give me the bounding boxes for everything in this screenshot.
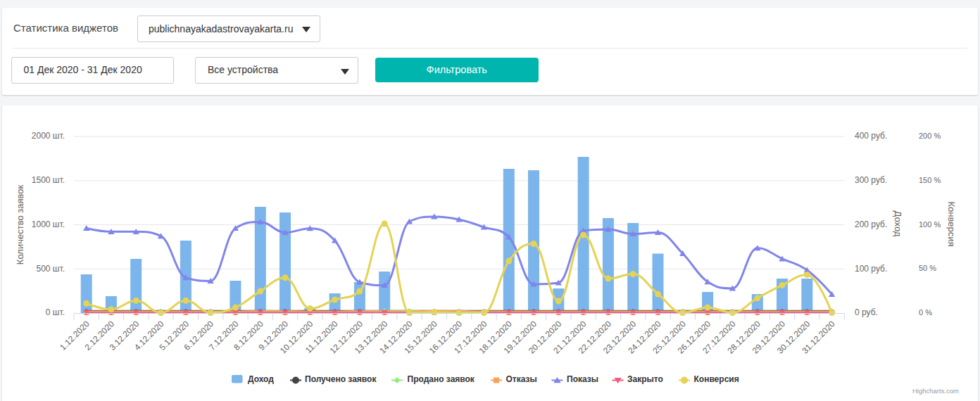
svg-text:200 руб.: 200 руб. [855,219,887,229]
svg-text:1500 шт.: 1500 шт. [32,175,65,185]
svg-text:0 шт.: 0 шт. [46,307,65,317]
svg-text:300 руб.: 300 руб. [855,175,887,185]
svg-text:Доход: Доход [248,374,274,384]
svg-text:1000 шт.: 1000 шт. [32,219,65,229]
svg-text:Количество заявок: Количество заявок [15,185,25,265]
svg-text:Доход: Доход [893,211,903,237]
svg-text:2000 шт.: 2000 шт. [32,131,65,141]
svg-text:500 шт.: 500 шт. [37,264,65,274]
svg-text:Закрыто: Закрыто [627,374,663,384]
svg-text:150 %: 150 % [919,176,941,184]
svg-text:50 %: 50 % [919,264,936,272]
svg-text:Отказы: Отказы [506,374,537,384]
svg-text:100 %: 100 % [919,220,941,229]
svg-text:Конверсия: Конверсия [694,374,739,384]
svg-text:Продано заявок: Продано заявок [408,374,475,384]
svg-text:100 руб.: 100 руб. [855,264,887,274]
svg-text:0 %: 0 % [919,308,932,317]
svg-text:0 руб.: 0 руб. [855,307,878,317]
svg-text:Показы: Показы [567,374,598,384]
svg-text:200 %: 200 % [919,132,941,140]
svg-text:Получено заявок: Получено заявок [305,374,377,384]
svg-text:Highcharts.com: Highcharts.com [912,387,959,395]
svg-text:Конверсия: Конверсия [946,201,957,246]
svg-text:400 руб.: 400 руб. [855,131,887,141]
